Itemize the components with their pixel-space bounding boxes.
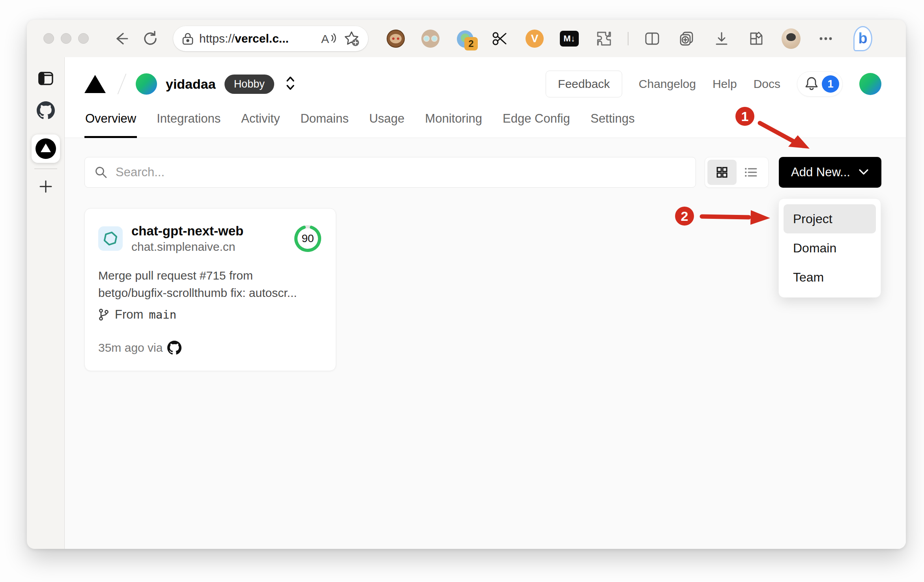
user-avatar[interactable] bbox=[859, 73, 881, 95]
latest-commit-message[interactable]: Merge pull request #715 from betgo/bugfi… bbox=[98, 267, 322, 301]
more-menu-icon bbox=[818, 31, 834, 47]
extension-with-badge[interactable]: 2 bbox=[456, 29, 475, 48]
collections-icon bbox=[678, 30, 696, 47]
changelog-link[interactable]: Changelog bbox=[639, 77, 696, 91]
vercel-page: yidadaa Hobby Feedback Changelog Help Do… bbox=[64, 57, 906, 549]
project-name[interactable]: chat-gpt-next-web bbox=[131, 223, 243, 239]
read-aloud-icon[interactable]: A bbox=[321, 32, 337, 46]
v-circle-icon: V bbox=[526, 30, 544, 48]
face-icon bbox=[421, 30, 440, 48]
markdown-download-icon: M↓ bbox=[560, 31, 579, 47]
branch-name[interactable]: main bbox=[149, 308, 176, 321]
panel-toggle-icon bbox=[37, 71, 54, 86]
extension-tampermonkey[interactable] bbox=[386, 29, 405, 48]
deployment-time: 35m ago via bbox=[98, 341, 163, 354]
add-favorite-icon[interactable] bbox=[343, 30, 360, 47]
zoom-window-button[interactable] bbox=[78, 33, 89, 44]
screenshot-stage: https://vercel.c... A bbox=[0, 0, 924, 582]
extension-clipper[interactable] bbox=[490, 29, 509, 48]
minimize-window-button[interactable] bbox=[61, 33, 71, 44]
toolbar-divider bbox=[628, 32, 628, 45]
chevron-down-icon bbox=[858, 168, 869, 176]
sidebar-tab-vercel-active[interactable] bbox=[32, 134, 60, 163]
grid-view-button[interactable] bbox=[707, 160, 737, 185]
vercel-header: yidadaa Hobby Feedback Changelog Help Do… bbox=[65, 57, 906, 97]
grid-view-icon bbox=[715, 166, 729, 179]
dashboard-tabs: Overview Integrations Activity Domains U… bbox=[65, 109, 906, 138]
add-new-button[interactable]: Add New... bbox=[779, 157, 881, 188]
breadcrumb-slash bbox=[118, 74, 127, 95]
search-input[interactable] bbox=[116, 165, 686, 179]
notifications-button[interactable]: 1 bbox=[797, 71, 843, 97]
deployment-meta: 35m ago via bbox=[98, 341, 322, 355]
list-view-button[interactable] bbox=[737, 160, 766, 185]
project-card[interactable]: chat-gpt-next-web chat.simplenaive.cn 90 bbox=[84, 208, 336, 371]
browser-essentials-button[interactable] bbox=[747, 29, 766, 48]
window-content: yidadaa Hobby Feedback Changelog Help Do… bbox=[27, 57, 906, 549]
new-tab-button[interactable] bbox=[38, 179, 54, 196]
list-view-icon bbox=[744, 166, 758, 179]
refresh-button[interactable] bbox=[141, 29, 160, 48]
extensions-menu-button[interactable] bbox=[595, 29, 614, 48]
vercel-logo[interactable] bbox=[84, 75, 106, 93]
bell-icon bbox=[804, 75, 819, 93]
extension-markdown-download[interactable]: M↓ bbox=[560, 29, 579, 48]
team-name: yidadaa bbox=[166, 76, 216, 92]
dropdown-item-domain[interactable]: Domain bbox=[784, 233, 876, 263]
svg-text:A: A bbox=[321, 32, 329, 45]
browser-profile-button[interactable] bbox=[782, 29, 801, 48]
tab-activity[interactable]: Activity bbox=[240, 109, 281, 138]
tab-settings[interactable]: Settings bbox=[590, 109, 636, 138]
github-source-icon bbox=[167, 341, 181, 355]
team-avatar[interactable] bbox=[136, 73, 157, 95]
browser-window: https://vercel.c... A bbox=[27, 20, 906, 549]
branch-row: From main bbox=[98, 308, 322, 322]
url-text: https://vercel.c... bbox=[199, 32, 289, 45]
chevron-up-down-icon bbox=[284, 75, 296, 92]
docs-link[interactable]: Docs bbox=[754, 77, 780, 91]
edge-sidebar bbox=[27, 57, 64, 549]
tab-monitoring[interactable]: Monitoring bbox=[424, 109, 483, 138]
tab-integrations[interactable]: Integrations bbox=[156, 109, 221, 138]
help-link[interactable]: Help bbox=[713, 77, 737, 91]
project-domain[interactable]: chat.simplenaive.cn bbox=[131, 239, 243, 254]
more-menu-button[interactable] bbox=[816, 29, 835, 48]
feedback-button[interactable]: Feedback bbox=[546, 71, 622, 97]
back-button[interactable] bbox=[112, 29, 131, 48]
split-screen-icon bbox=[644, 30, 660, 47]
address-bar[interactable]: https://vercel.c... A bbox=[173, 26, 368, 51]
sidebar-panel-toggle[interactable] bbox=[37, 71, 54, 88]
project-titles: chat-gpt-next-web chat.simplenaive.cn bbox=[131, 223, 243, 254]
tab-edge-config[interactable]: Edge Config bbox=[502, 109, 571, 138]
extension-badge: 2 bbox=[464, 37, 478, 50]
sidebar-tab-github[interactable] bbox=[37, 101, 55, 121]
extension-v[interactable]: V bbox=[525, 29, 544, 48]
branch-prefix: From bbox=[115, 308, 143, 322]
puzzle-icon bbox=[595, 30, 613, 47]
collections-button[interactable] bbox=[677, 29, 696, 48]
browser-essentials-icon bbox=[748, 30, 765, 47]
tab-overview[interactable]: Overview bbox=[84, 109, 137, 138]
search-icon bbox=[94, 166, 108, 179]
tab-domains[interactable]: Domains bbox=[299, 109, 349, 138]
bing-chat-button[interactable]: b bbox=[853, 29, 872, 48]
view-toggle bbox=[705, 157, 769, 188]
downloads-icon bbox=[713, 30, 730, 47]
plan-badge: Hobby bbox=[224, 75, 274, 94]
close-window-button[interactable] bbox=[43, 33, 54, 44]
project-card-header: chat-gpt-next-web chat.simplenaive.cn 90 bbox=[98, 223, 322, 254]
team-switcher[interactable] bbox=[284, 75, 296, 93]
score-value: 90 bbox=[293, 224, 322, 253]
lighthouse-score[interactable]: 90 bbox=[293, 224, 322, 253]
project-search[interactable] bbox=[84, 157, 696, 188]
split-screen-button[interactable] bbox=[643, 29, 662, 48]
openai-icon bbox=[102, 230, 119, 247]
add-new-dropdown: Project Domain Team bbox=[778, 198, 881, 298]
window-controls bbox=[43, 33, 89, 44]
extension-avatar[interactable] bbox=[421, 29, 440, 48]
projects-controls: Add New... bbox=[84, 157, 881, 188]
dropdown-item-project[interactable]: Project bbox=[784, 204, 876, 233]
tab-usage[interactable]: Usage bbox=[368, 109, 406, 138]
downloads-button[interactable] bbox=[712, 29, 731, 48]
dropdown-item-team[interactable]: Team bbox=[784, 263, 876, 292]
